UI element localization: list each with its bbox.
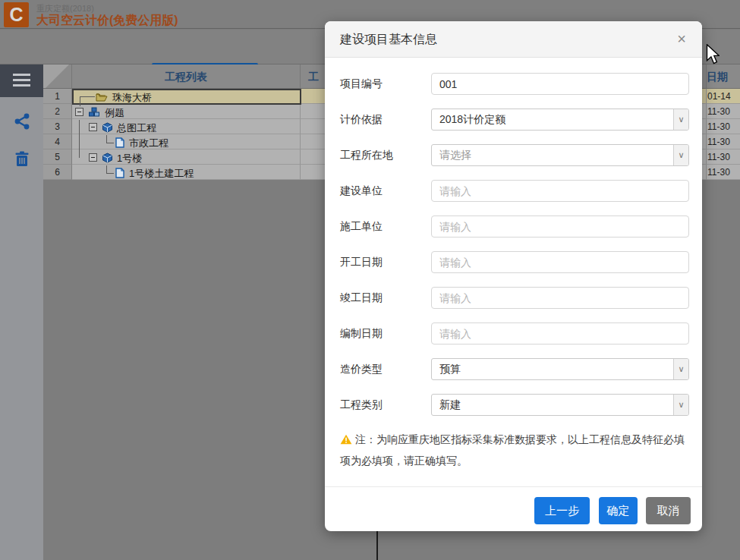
project-info-dialog: 建设项目基本信息 × 项目编号计价依据2018计价定额∨工程所在地请选择∨建设单… bbox=[325, 21, 702, 531]
field-label: 建设单位 bbox=[340, 184, 383, 198]
field-label: 竣工日期 bbox=[340, 291, 383, 305]
tree-node-label[interactable]: 例题 bbox=[105, 106, 124, 120]
tree-node-label[interactable]: 1号楼土建工程 bbox=[129, 167, 194, 181]
row-number[interactable]: 6 bbox=[43, 165, 72, 180]
app-title: 大司空云计价(免费公用版) bbox=[36, 13, 178, 29]
dialog-header: 建设项目基本信息 × bbox=[325, 21, 702, 58]
tree-node-label[interactable]: 珠海大桥 bbox=[112, 91, 152, 105]
cancel-button[interactable]: 取消 bbox=[646, 497, 691, 524]
warning-icon bbox=[340, 434, 352, 445]
select-value: 预算 bbox=[439, 363, 461, 376]
unit-project-cube-icon bbox=[102, 153, 113, 163]
tree-row[interactable]: 1号楼土建工程 bbox=[72, 165, 301, 181]
tree-node-label[interactable]: 市政工程 bbox=[129, 137, 168, 150]
date-cell[interactable]: 11-30 bbox=[706, 165, 740, 180]
form-field-row: 开工日期 bbox=[325, 251, 702, 273]
field-label: 开工日期 bbox=[340, 256, 383, 269]
chevron-down-icon[interactable]: ∨ bbox=[673, 359, 688, 379]
form-field-row: 工程类别新建∨ bbox=[325, 394, 702, 416]
field-label: 工程所在地 bbox=[340, 149, 393, 162]
form-field-row: 建设单位 bbox=[325, 180, 702, 202]
close-icon[interactable]: × bbox=[673, 30, 690, 48]
编制日期-input[interactable] bbox=[431, 322, 689, 344]
confirm-button[interactable]: 确定 bbox=[599, 497, 638, 524]
row-number[interactable]: 1 bbox=[43, 89, 72, 104]
tree-node-label[interactable]: 总图工程 bbox=[117, 121, 156, 135]
date-cell[interactable]: 11-30 bbox=[706, 104, 740, 119]
field-label: 施工单位 bbox=[340, 220, 383, 234]
collapse-expander-icon[interactable] bbox=[75, 108, 83, 116]
tree-row[interactable]: 例题 bbox=[72, 105, 301, 120]
tree-row[interactable]: 市政工程 bbox=[72, 135, 301, 150]
row-number[interactable]: 2 bbox=[43, 104, 72, 119]
row-number[interactable]: 3 bbox=[43, 119, 72, 134]
select-value: 2018计价定额 bbox=[439, 113, 505, 127]
mouse-cursor bbox=[706, 44, 720, 64]
hamburger-icon bbox=[13, 74, 30, 76]
row-number[interactable]: 5 bbox=[43, 149, 72, 165]
required-note-text: 注：为响应重庆地区指标采集标准数据要求，以上工程信息及特征必填项为必填项，请正确… bbox=[340, 433, 685, 467]
work-page-icon bbox=[115, 137, 124, 148]
date-cell[interactable]: 11-30 bbox=[706, 119, 740, 134]
field-label: 编制日期 bbox=[340, 327, 383, 341]
form-field-row: 造价类型预算∨ bbox=[325, 358, 702, 380]
项目编号-input[interactable] bbox=[431, 73, 689, 95]
date-cell[interactable]: 01-14 bbox=[706, 89, 740, 104]
required-note: 注：为响应重庆地区指标采集标准数据要求，以上工程信息及特征必填项为必填项，请正确… bbox=[340, 429, 688, 471]
建设单位-input[interactable] bbox=[431, 180, 689, 202]
field-label: 工程类别 bbox=[340, 398, 383, 412]
竣工日期-input[interactable] bbox=[431, 287, 689, 309]
column-header-date[interactable]: 日期 bbox=[706, 64, 740, 89]
field-label: 项目编号 bbox=[340, 77, 383, 91]
tree-row-selected[interactable]: 珠海大桥 bbox=[72, 89, 301, 105]
date-cell[interactable]: 11-30 bbox=[706, 134, 740, 149]
field-label: 计价依据 bbox=[340, 113, 383, 127]
previous-step-button[interactable]: 上一步 bbox=[534, 497, 590, 524]
工程类别-select[interactable]: 新建∨ bbox=[431, 394, 689, 416]
collapse-expander-icon[interactable] bbox=[89, 153, 97, 162]
form-field-row: 竣工日期 bbox=[325, 287, 702, 309]
row-number[interactable]: 4 bbox=[43, 134, 72, 149]
chevron-down-icon[interactable]: ∨ bbox=[673, 109, 688, 130]
folder-open-icon bbox=[96, 92, 108, 102]
work-page-icon bbox=[115, 168, 124, 178]
sidebar-menu-block[interactable] bbox=[0, 64, 43, 97]
chevron-down-icon[interactable]: ∨ bbox=[673, 395, 688, 415]
share-icon[interactable] bbox=[13, 112, 31, 131]
table-corner-cell[interactable] bbox=[43, 64, 72, 89]
column-header-project-list[interactable]: 工程列表 bbox=[72, 64, 301, 89]
trash-icon[interactable] bbox=[13, 150, 31, 168]
chevron-down-icon[interactable]: ∨ bbox=[673, 145, 688, 165]
sidebar bbox=[0, 97, 43, 560]
collapse-expander-icon[interactable] bbox=[89, 123, 97, 131]
tree-row[interactable]: 总图工程 bbox=[72, 120, 301, 135]
施工单位-input[interactable] bbox=[431, 216, 689, 238]
app-logo: C bbox=[4, 2, 29, 27]
造价类型-select[interactable]: 预算∨ bbox=[431, 358, 689, 380]
tree-node-label[interactable]: 1号楼 bbox=[117, 152, 142, 165]
date-cell[interactable]: 11-30 bbox=[706, 149, 740, 165]
unit-project-cube-icon bbox=[102, 122, 113, 133]
计价依据-select[interactable]: 2018计价定额∨ bbox=[431, 109, 689, 131]
footer-divider bbox=[325, 486, 702, 487]
dialog-title: 建设项目基本信息 bbox=[340, 32, 437, 48]
form-field-row: 工程所在地请选择∨ bbox=[325, 144, 702, 166]
工程所在地-select[interactable]: 请选择∨ bbox=[431, 144, 689, 166]
form-field-row: 项目编号 bbox=[325, 73, 702, 95]
grid-line-artifact bbox=[376, 531, 378, 560]
form-field-row: 计价依据2018计价定额∨ bbox=[325, 109, 702, 131]
select-value: 新建 bbox=[439, 398, 461, 412]
tree-row[interactable]: 1号楼 bbox=[72, 150, 301, 165]
form-field-row: 施工单位 bbox=[325, 216, 702, 238]
select-value: 请选择 bbox=[439, 149, 471, 162]
form-field-row: 编制日期 bbox=[325, 322, 702, 344]
project-cubes-icon bbox=[88, 107, 100, 118]
field-label: 造价类型 bbox=[340, 363, 383, 376]
开工日期-input[interactable] bbox=[431, 251, 689, 273]
